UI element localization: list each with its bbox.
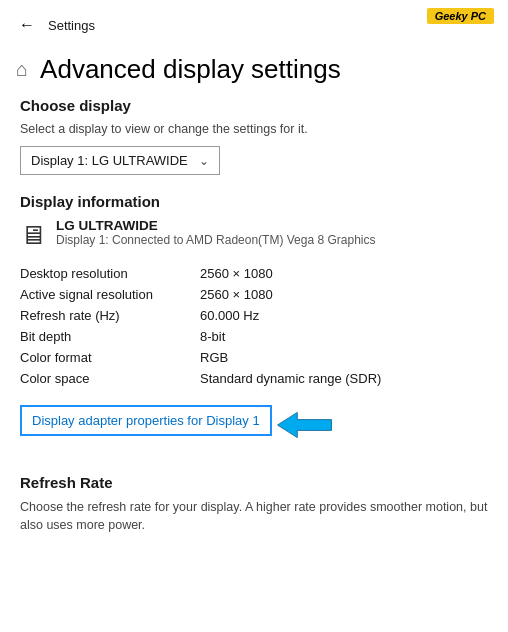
info-value: RGB (200, 347, 488, 368)
monitor-icon: 🖥 (20, 220, 46, 251)
table-row: Desktop resolution2560 × 1080 (20, 263, 488, 284)
info-value: 60.000 Hz (200, 305, 488, 326)
adapter-link-box: Display adapter properties for Display 1 (20, 405, 272, 436)
top-bar-title: Settings (48, 18, 95, 33)
choose-display-subtitle: Select a display to view or change the s… (20, 122, 488, 136)
table-row: Refresh rate (Hz)60.000 Hz (20, 305, 488, 326)
choose-display-title: Choose display (20, 97, 488, 114)
display-info-section: Display information 🖥 LG ULTRAWIDE Displ… (20, 193, 488, 464)
page-header: ⌂ Advanced display settings (0, 46, 508, 97)
info-value: 8-bit (200, 326, 488, 347)
refresh-rate-section: Refresh Rate Choose the refresh rate for… (20, 474, 488, 534)
display-dropdown[interactable]: Display 1: LG ULTRAWIDE ⌄ (20, 146, 220, 175)
choose-display-section: Choose display Select a display to view … (20, 97, 488, 175)
table-row: Active signal resolution2560 × 1080 (20, 284, 488, 305)
info-value: 2560 × 1080 (200, 263, 488, 284)
display-dropdown-value: Display 1: LG ULTRAWIDE (31, 153, 188, 168)
table-row: Color spaceStandard dynamic range (SDR) (20, 368, 488, 389)
info-label: Active signal resolution (20, 284, 200, 305)
refresh-rate-title: Refresh Rate (20, 474, 488, 491)
refresh-rate-desc: Choose the refresh rate for your display… (20, 499, 488, 534)
display-info-title: Display information (20, 193, 488, 210)
top-bar: ← Settings Geeky PC (0, 0, 508, 46)
svg-marker-0 (277, 412, 331, 437)
back-icon: ← (19, 16, 35, 34)
page-title: Advanced display settings (40, 54, 341, 85)
info-label: Color format (20, 347, 200, 368)
main-content: Choose display Select a display to view … (0, 97, 508, 534)
arrow-indicator (277, 407, 332, 443)
home-icon[interactable]: ⌂ (16, 58, 28, 81)
chevron-down-icon: ⌄ (199, 154, 209, 168)
back-button[interactable]: ← (12, 10, 42, 40)
monitor-name: LG ULTRAWIDE (56, 218, 376, 233)
info-value: Standard dynamic range (SDR) (200, 368, 488, 389)
table-row: Bit depth8-bit (20, 326, 488, 347)
info-label: Refresh rate (Hz) (20, 305, 200, 326)
info-value: 2560 × 1080 (200, 284, 488, 305)
info-label: Color space (20, 368, 200, 389)
info-label: Desktop resolution (20, 263, 200, 284)
display-info-table: Desktop resolution2560 × 1080Active sign… (20, 263, 488, 389)
adapter-link[interactable]: Display adapter properties for Display 1 (32, 413, 260, 428)
table-row: Color formatRGB (20, 347, 488, 368)
monitor-sub: Display 1: Connected to AMD Radeon(TM) V… (56, 233, 376, 247)
monitor-row: 🖥 LG ULTRAWIDE Display 1: Connected to A… (20, 218, 488, 251)
geeky-badge: Geeky PC (427, 8, 494, 24)
info-label: Bit depth (20, 326, 200, 347)
monitor-info: LG ULTRAWIDE Display 1: Connected to AMD… (56, 218, 376, 247)
